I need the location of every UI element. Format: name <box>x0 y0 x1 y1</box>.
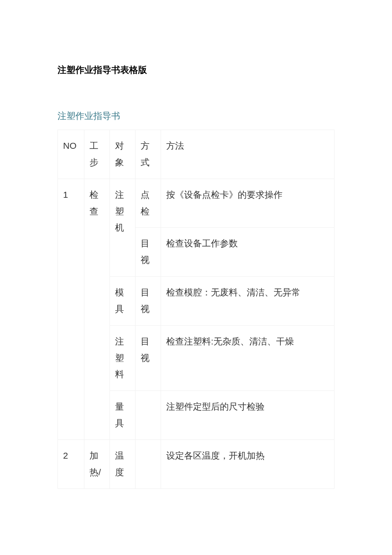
cell-mode: 目视 <box>135 325 161 391</box>
cell-method: 检查设备工作参数 <box>161 228 334 277</box>
cell-no: 1 <box>58 179 84 439</box>
table-header-row: NO 工步 对象 方式 方法 <box>58 130 334 179</box>
cell-object: 注塑料 <box>110 325 135 391</box>
cell-object: 模具 <box>110 277 135 326</box>
instruction-table: NO 工步 对象 方式 方法 1 检查 注塑机 点检 按《设备点检卡》的要求操作… <box>58 130 334 489</box>
cell-mode: 点检 <box>135 179 161 228</box>
header-method: 方法 <box>161 130 334 179</box>
cell-mode <box>135 391 161 440</box>
cell-no: 2 <box>58 439 84 489</box>
cell-mode: 目视 <box>135 228 161 277</box>
cell-object: 温度 <box>110 439 135 489</box>
cell-method: 按《设备点检卡》的要求操作 <box>161 179 334 228</box>
table-row: 2 加热/ 温度 设定各区温度，开机加热 <box>58 439 334 489</box>
header-step: 工步 <box>84 130 110 179</box>
cell-mode: 目视 <box>135 277 161 326</box>
cell-method: 检查模腔：无废料、清洁、无异常 <box>161 277 334 326</box>
title-sub: 注塑作业指导书 <box>58 110 334 122</box>
cell-method: 注塑件定型后的尺寸检验 <box>161 391 334 440</box>
header-mode: 方式 <box>135 130 161 179</box>
cell-object: 量具 <box>110 391 135 440</box>
title-main: 注塑作业指导书表格版 <box>58 64 334 76</box>
header-no: NO <box>58 130 84 179</box>
cell-method: 检查注塑料:无杂质、清洁、干燥 <box>161 325 334 391</box>
table-row: 1 检查 注塑机 点检 按《设备点检卡》的要求操作 <box>58 179 334 228</box>
cell-object: 注塑机 <box>110 179 135 276</box>
cell-step: 检查 <box>84 179 110 439</box>
cell-step: 加热/ <box>84 439 110 489</box>
header-object: 对象 <box>110 130 135 179</box>
document-container: 注塑作业指导书表格版 注塑作业指导书 NO 工步 对象 方式 方法 1 检查 注… <box>58 64 334 489</box>
cell-method: 设定各区温度，开机加热 <box>161 439 334 489</box>
cell-mode <box>135 439 161 489</box>
